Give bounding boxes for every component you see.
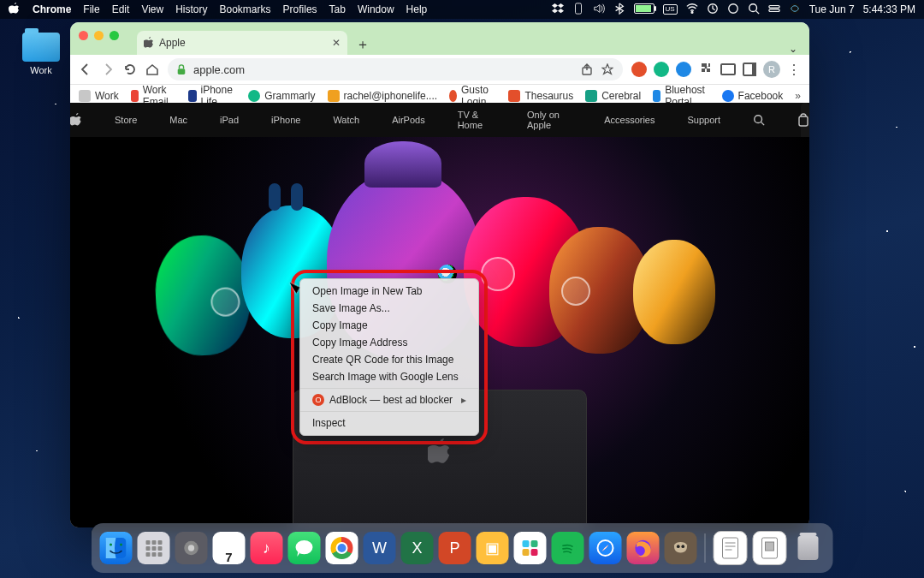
ctx-inspect[interactable]: Inspect [300,414,478,432]
nav-mac[interactable]: Mac [169,115,187,125]
ctx-copy-image-address[interactable]: Copy Image Address [300,334,478,351]
chrome-menu[interactable]: ⋮ [787,62,801,78]
nav-store[interactable]: Store [115,115,137,125]
nav-bag-icon[interactable] [797,113,809,127]
new-tab-button[interactable]: ＋ [352,34,373,55]
phone-status-icon[interactable] [572,3,584,17]
nav-airpods[interactable]: AirPods [392,115,425,125]
bluetooth-icon[interactable] [613,3,625,17]
menu-profiles[interactable]: Profiles [283,3,317,15]
nav-iphone[interactable]: iPhone [271,115,300,125]
dock-finder[interactable] [100,532,133,564]
dock-document-1[interactable] [714,531,748,565]
dock-calendar[interactable]: JUN7 [213,532,246,564]
dock-document-2[interactable] [753,531,787,565]
extension-grammarly-icon[interactable] [654,62,669,77]
apple-menu[interactable] [9,3,21,17]
bookmark-star-icon[interactable] [601,63,614,76]
bookmark-grammarly[interactable]: Grammarly [248,90,315,102]
siri-icon[interactable] [789,3,801,17]
ctx-open-image-new-tab[interactable]: Open Image in New Tab [300,283,478,300]
nav-back[interactable] [79,63,92,76]
sync-icon[interactable] [707,3,719,17]
svg-point-25 [677,545,680,548]
ctx-copy-image[interactable]: Copy Image [300,317,478,334]
bookmark-thesaurus[interactable]: Thesaurus [508,90,573,102]
nav-support[interactable]: Support [687,115,720,125]
dock-trash[interactable] [792,532,825,564]
window-minimize[interactable] [94,31,104,40]
bookmark-cerebral[interactable]: Cerebral [585,90,641,102]
nav-tv-home[interactable]: TV & Home [458,110,495,130]
dock-spotify[interactable] [552,532,584,564]
battery-icon[interactable] [634,3,654,16]
highlight-box: Open Image in New Tab Save Image As... C… [291,270,488,444]
dock-excel[interactable]: X [401,532,434,564]
tab-apple[interactable]: Apple ✕ [137,31,347,55]
ctx-save-image-as[interactable]: Save Image As... [300,300,478,317]
address-bar[interactable]: apple.com [168,58,623,80]
share-icon[interactable] [580,63,594,76]
menu-time[interactable]: 5:44:33 PM [863,3,915,15]
svg-point-2 [691,11,693,13]
dock-word[interactable]: W [364,532,396,564]
nav-watch[interactable]: Watch [333,115,359,125]
menu-help[interactable]: Help [406,3,428,15]
dock-launchpad[interactable] [138,532,170,564]
nav-search-icon[interactable] [753,114,765,126]
nav-reload[interactable] [123,63,137,76]
dock-files[interactable]: ▣ [477,532,509,564]
tabs-overflow[interactable]: ⌄ [789,43,797,55]
window-zoom[interactable] [110,31,119,40]
dock-music[interactable]: ♪ [251,532,283,564]
menu-date[interactable]: Tue Jun 7 [809,3,855,15]
extensions-puzzle-icon[interactable] [698,62,714,77]
menu-view[interactable]: View [141,3,163,15]
ctx-adblock[interactable]: O AdBlock — best ad blocker ▸ [300,391,478,408]
nav-only-apple[interactable]: Only on Apple [527,110,572,130]
ctx-search-google-lens[interactable]: Search Image with Google Lens [300,368,478,385]
input-source[interactable]: US [663,4,678,15]
active-app-name[interactable]: Chrome [33,3,71,15]
dock-slack[interactable] [514,532,547,564]
extension-adblock-icon[interactable] [631,62,647,77]
dock-chrome[interactable] [326,532,358,564]
bookmark-work[interactable]: Work [79,90,119,102]
extension-blue-icon[interactable] [676,62,691,77]
bookmarks-overflow[interactable]: » [795,90,801,102]
profile-avatar[interactable]: R [763,61,780,78]
menu-file[interactable]: File [83,3,99,15]
nav-accessories[interactable]: Accessories [604,115,654,125]
ctx-create-qr[interactable]: Create QR Code for this Image [300,351,478,368]
svg-point-12 [755,116,762,123]
bookmark-facebook[interactable]: Facebook [722,90,784,102]
menu-window[interactable]: Window [358,3,394,15]
apple-logo[interactable] [70,113,82,127]
menu-tab[interactable]: Tab [329,3,346,15]
menu-edit[interactable]: Edit [112,3,130,15]
volume-icon[interactable] [593,3,605,17]
desktop-folder-work[interactable]: Work [15,33,67,75]
nav-ipad[interactable]: iPad [220,115,239,125]
menu-bookmarks[interactable]: Bookmarks [220,3,271,15]
nav-home[interactable] [145,63,159,76]
spotlight-icon[interactable] [748,3,760,17]
bookmark-rachel[interactable]: rachel@iphonelife.... [328,90,438,102]
tab-close[interactable]: ✕ [332,37,341,49]
control-center-icon[interactable] [768,3,780,17]
dock-safari[interactable] [589,532,622,564]
dropbox-icon[interactable] [552,3,564,17]
sidepanel-icon[interactable] [743,63,756,76]
dock-powerpoint[interactable]: P [439,532,471,564]
dock-system-settings[interactable] [175,532,208,564]
address-url: apple.com [193,63,245,76]
window-close[interactable] [79,31,88,40]
dock-firefox[interactable] [627,532,660,564]
wifi-icon[interactable] [686,3,698,17]
menu-history[interactable]: History [175,3,207,15]
do-not-disturb-icon[interactable] [727,3,739,17]
cast-icon[interactable] [720,63,736,75]
nav-forward[interactable] [101,63,115,76]
dock-messages[interactable] [288,532,321,564]
dock-gimp[interactable] [665,532,697,564]
